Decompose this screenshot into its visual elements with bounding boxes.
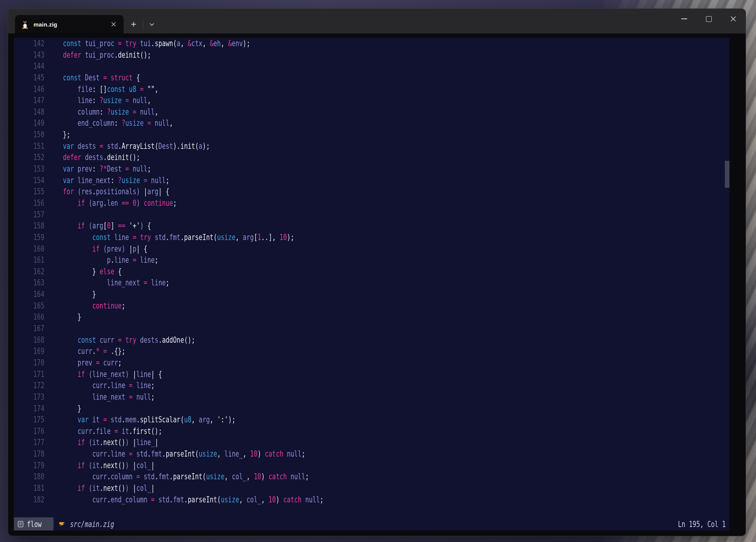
code-line: 172 curr.line = line;	[14, 380, 729, 391]
code-line: 168 const curr = try dests.addOne();	[14, 334, 729, 346]
line-number: 145	[14, 72, 44, 83]
minimize-icon	[681, 18, 687, 19]
chevron-down-icon	[149, 23, 154, 26]
code-line: 146 file: []const u8 = "",	[14, 83, 729, 95]
app-name: flow	[27, 519, 42, 529]
line-number: 178	[14, 448, 44, 460]
zig-logo-icon	[59, 521, 65, 527]
line-number: 155	[14, 186, 44, 197]
line-number: 180	[14, 471, 44, 482]
code-text: line: ?usize = null,	[44, 95, 151, 106]
line-number: 176	[14, 425, 44, 437]
document-icon	[18, 521, 23, 527]
code-line: 149 end_column: ?usize = null,	[14, 117, 729, 129]
code-line: 160 if (prev) |p| {	[14, 243, 729, 255]
code-area[interactable]: 142 const tui_proc = try tui.spawn(a, &c…	[14, 38, 729, 517]
tab-main-zig[interactable]: main.zig	[15, 15, 124, 33]
code-line: 177 if (it.next()) |line_|	[14, 437, 729, 448]
line-number: 143	[14, 49, 44, 61]
line-number: 160	[14, 243, 44, 255]
line-number: 157	[14, 209, 44, 220]
new-tab-button[interactable]: +	[126, 15, 141, 33]
line-number: 151	[14, 140, 44, 152]
code-text: const curr = try dests.addOne();	[44, 334, 195, 346]
line-number: 148	[14, 106, 44, 118]
code-line: 155 for (res.positionals) |arg| {	[14, 186, 729, 197]
code-line: 180 curr.column = std.fmt.parseInt(usize…	[14, 471, 729, 482]
close-icon	[730, 16, 736, 22]
code-line: 163 line_next = line;	[14, 277, 729, 289]
code-line: 174 }	[14, 403, 729, 414]
code-line: 166 }	[14, 311, 729, 323]
tab-title: main.zig	[33, 21, 57, 28]
cursor-position: Ln 195, Col 1	[659, 519, 729, 529]
line-number: 172	[14, 380, 44, 391]
code-text: line_next = line;	[44, 277, 169, 289]
maximize-icon	[706, 16, 712, 22]
code-line: 145 const Dest = struct {	[14, 72, 729, 83]
code-line: 178 curr.line = std.fmt.parseInt(usize, …	[14, 448, 729, 460]
line-number: 156	[14, 197, 44, 209]
code-line: 179 if (it.next()) |col_|	[14, 460, 729, 471]
line-number: 162	[14, 266, 44, 277]
code-text	[44, 323, 48, 334]
line-number: 158	[14, 220, 44, 232]
tab-close-button[interactable]	[108, 19, 119, 30]
code-line: 151 var dests = std.ArrayList(Dest).init…	[14, 140, 729, 152]
code-line: 156 if (arg.len == 0) continue;	[14, 197, 729, 209]
code-text: var dests = std.ArrayList(Dest).init(a);	[44, 140, 210, 152]
editor-viewport: 142 const tui_proc = try tui.spawn(a, &c…	[14, 38, 729, 530]
minimize-button[interactable]	[672, 9, 696, 29]
code-text	[44, 209, 48, 220]
code-line: 169 curr.* = .{};	[14, 345, 729, 357]
code-text: const tui_proc = try tui.spawn(a, &ctx, …	[44, 38, 250, 49]
line-number: 166	[14, 311, 44, 323]
close-button[interactable]	[721, 9, 746, 29]
line-number: 182	[14, 494, 44, 505]
app-badge[interactable]: flow	[14, 517, 54, 530]
code-line: 165 continue;	[14, 300, 729, 312]
line-number: 167	[14, 323, 44, 334]
code-text: var prev: ?*Dest = null;	[44, 163, 151, 175]
tab-dropdown-button[interactable]	[145, 15, 159, 33]
code-lines: 142 const tui_proc = try tui.spawn(a, &c…	[14, 38, 729, 505]
line-number: 169	[14, 345, 44, 357]
code-text: curr.column = std.fmt.parseInt(usize, co…	[44, 471, 309, 482]
code-text: if (prev) |p| {	[44, 243, 147, 255]
code-line: 161 p.line = line;	[14, 254, 729, 266]
code-text: if (arg.len == 0) continue;	[44, 197, 177, 209]
line-number: 164	[14, 289, 44, 300]
code-text: } else {	[44, 266, 122, 277]
line-number: 147	[14, 95, 44, 106]
file-path[interactable]: src/main.zig	[70, 519, 131, 529]
maximize-button[interactable]	[696, 9, 721, 29]
terminal-window: main.zig + 142 const tui_proc = try tui.…	[8, 8, 746, 536]
code-line: 142 const tui_proc = try tui.spawn(a, &c…	[14, 38, 729, 49]
code-line: 143 defer tui_proc.deinit();	[14, 49, 729, 61]
code-text: const line = try std.fmt.parseInt(usize,…	[44, 232, 294, 243]
code-text	[44, 60, 48, 72]
line-number: 163	[14, 277, 44, 289]
code-text: curr.line = std.fmt.parseInt(usize, line…	[44, 448, 305, 460]
code-line: 175 var it = std.mem.splitScalar(u8, arg…	[14, 414, 729, 425]
tux-icon	[21, 20, 29, 29]
code-line: 157	[14, 209, 729, 220]
code-line: 171 if (line_next) |line| {	[14, 369, 729, 380]
code-text: if (arg[0] == '+') {	[44, 220, 151, 232]
line-number: 154	[14, 175, 44, 186]
line-number: 153	[14, 163, 44, 175]
code-text: column: ?usize = null,	[44, 106, 158, 118]
code-line: 148 column: ?usize = null,	[14, 106, 729, 118]
code-line: 150 };	[14, 129, 729, 140]
code-text: };	[44, 129, 70, 140]
status-bar: flow src/main.zig Ln 195, Col 1	[14, 517, 729, 530]
code-line: 159 const line = try std.fmt.parseInt(us…	[14, 232, 729, 243]
scrollbar-thumb[interactable]	[725, 161, 729, 188]
line-number: 170	[14, 357, 44, 369]
line-number: 181	[14, 482, 44, 494]
line-number: 168	[14, 334, 44, 346]
line-number: 177	[14, 437, 44, 448]
code-text: }	[44, 403, 81, 414]
line-number: 142	[14, 38, 44, 49]
code-text: continue;	[44, 300, 125, 312]
